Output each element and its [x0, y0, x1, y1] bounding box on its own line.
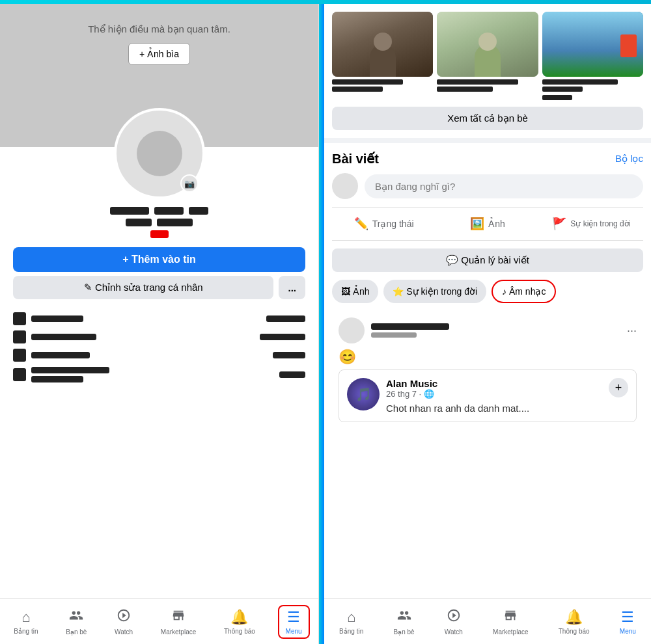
- post-more-button[interactable]: ···: [627, 324, 637, 338]
- info-bar-7: [31, 367, 109, 373]
- name-censor-1: [110, 207, 149, 215]
- nav-label-menu: Menu: [286, 628, 302, 635]
- post-input[interactable]: [365, 174, 643, 198]
- nav-item-marketplace[interactable]: Marketplace: [156, 604, 201, 639]
- music-card: 🎵 Alan Music 26 thg 7 · 🌐 Chot nhan ra a…: [339, 369, 637, 422]
- friends-grid: [332, 12, 643, 100]
- photos-tab-label: 🖼 Ảnh: [341, 286, 369, 297]
- cover-tagline: Thể hiện điều mà bạn quan tâm.: [0, 23, 318, 35]
- post-user-sub-bar: [371, 332, 417, 338]
- right-home-icon: ⌂: [347, 609, 355, 626]
- photo-action-button[interactable]: 🖼️ Ảnh: [436, 211, 539, 236]
- edit-profile-button[interactable]: ✎ Chỉnh sửa trang cá nhân: [13, 276, 273, 299]
- post-card: ··· 😊 🎵 Alan Music 26 thg 7 · 🌐 Chot nha…: [332, 311, 643, 429]
- home-icon: ⌂: [21, 609, 30, 626]
- right-nav-label-ban-be: Bạn bè: [393, 628, 414, 636]
- left-panel: Thể hiện điều mà bạn quan tâm. + Ảnh bìa…: [0, 4, 319, 644]
- friend-photo-2[interactable]: [437, 12, 538, 77]
- photo-icon: 🖼️: [470, 217, 484, 231]
- friends-icon: [69, 608, 83, 626]
- posts-header: Bài viết Bộ lọc: [332, 151, 643, 167]
- post-input-row: [332, 173, 643, 199]
- status-action-button[interactable]: ✏️ Trạng thái: [332, 211, 436, 236]
- info-bar-8: [31, 376, 83, 382]
- music-album-art[interactable]: 🎵: [347, 378, 380, 410]
- status-icon: ✏️: [354, 217, 368, 231]
- right-nav-item-ban-be[interactable]: Bạn bè: [388, 604, 419, 639]
- music-tab-label: ♪ Âm nhạc: [502, 286, 546, 297]
- friend-name-bars-3: [542, 79, 643, 100]
- music-add-button[interactable]: +: [609, 378, 628, 397]
- name-censor-red: [150, 230, 169, 238]
- add-story-button[interactable]: + Thêm vào tin: [13, 247, 305, 272]
- post-user-row: ···: [339, 317, 637, 343]
- name-censor-4: [126, 219, 152, 226]
- right-nav-item-thong-bao[interactable]: 🔔 Thông báo: [553, 605, 595, 639]
- info-section: [0, 306, 318, 598]
- info-bar-4: [260, 334, 305, 340]
- info-bar-2: [266, 315, 305, 322]
- filter-tab-music[interactable]: ♪ Âm nhạc: [492, 280, 556, 303]
- notification-icon: 🔔: [230, 609, 248, 626]
- right-panel: Xem tất cả bạn bè Bài viết Bộ lọc ✏️: [324, 4, 651, 644]
- filter-tab-life-events[interactable]: ⭐ Sự kiện trong đời: [383, 280, 486, 303]
- camera-icon[interactable]: 📷: [180, 174, 199, 193]
- friend-photo-3[interactable]: [542, 12, 643, 77]
- name-area: [0, 199, 318, 241]
- posts-title: Bài viết: [332, 151, 379, 167]
- right-nav-item-bang-tin[interactable]: ⌂ Bảng tin: [334, 605, 368, 639]
- right-marketplace-icon: [503, 608, 518, 626]
- right-nav-item-watch[interactable]: Watch: [439, 604, 468, 639]
- filter-tab-photos[interactable]: 🖼 Ảnh: [332, 280, 378, 303]
- nav-item-thong-bao[interactable]: 🔔 Thông báo: [219, 605, 260, 639]
- info-row-1: [13, 312, 305, 325]
- info-icon-4: [13, 368, 26, 381]
- info-row-4: [13, 367, 305, 382]
- info-icon-2: [13, 330, 26, 343]
- nav-label-ban-be: Bạn bè: [66, 628, 87, 636]
- name-row-3: [150, 230, 169, 238]
- nav-item-bang-tin[interactable]: ⌂ Bảng tin: [8, 605, 43, 639]
- right-nav-label-thong-bao: Thông báo: [559, 628, 590, 635]
- friend-photo-1[interactable]: [332, 12, 433, 77]
- post-user-avatar: [339, 317, 365, 343]
- info-icon-1: [13, 312, 26, 325]
- right-watch-icon: [447, 608, 461, 626]
- post-user-name-bar: [371, 323, 449, 330]
- info-row-3: [13, 349, 305, 362]
- name-censor-5: [157, 219, 193, 226]
- flag-icon: 🚩: [552, 217, 566, 231]
- right-nav-item-marketplace[interactable]: Marketplace: [488, 604, 533, 639]
- nav-label-thong-bao: Thông báo: [224, 628, 255, 635]
- nav-label-bang-tin: Bảng tin: [14, 628, 38, 635]
- info-bar-1: [31, 315, 83, 322]
- posts-section: Bài viết Bộ lọc ✏️ Trạng thái 🖼️: [324, 143, 651, 598]
- more-options-button[interactable]: ...: [279, 276, 305, 299]
- right-nav-label-menu: Menu: [620, 628, 636, 635]
- right-panel-inner: Xem tất cả bạn bè Bài viết Bộ lọc ✏️: [324, 4, 651, 598]
- nav-item-watch[interactable]: Watch: [109, 604, 138, 639]
- manage-posts-button[interactable]: 💬 Quản lý bài viết: [332, 248, 643, 272]
- panel-divider: [319, 4, 324, 644]
- filter-link[interactable]: Bộ lọc: [615, 153, 643, 165]
- add-cover-photo-button[interactable]: + Ảnh bìa: [128, 43, 190, 65]
- post-emoji: 😊: [339, 349, 637, 366]
- post-user-info: [371, 323, 620, 338]
- right-menu-icon: ☰: [621, 609, 634, 626]
- info-bar-9: [279, 371, 305, 378]
- info-bar-3: [31, 334, 96, 340]
- music-text: Chot nhan ra anh da danh mat....: [386, 403, 602, 414]
- nav-item-ban-be[interactable]: Bạn bè: [61, 604, 92, 639]
- right-nav-item-menu[interactable]: ☰ Menu: [615, 605, 641, 639]
- friend-name-bars-1: [332, 79, 433, 92]
- nav-item-menu[interactable]: ☰ Menu: [278, 605, 310, 639]
- see-all-friends-button[interactable]: Xem tất cả bạn bè: [332, 107, 643, 130]
- name-row-2: [126, 219, 193, 226]
- name-censor-3: [189, 207, 208, 215]
- nav-label-marketplace: Marketplace: [161, 628, 196, 636]
- friend-card-3: [542, 12, 643, 100]
- music-date: 26 thg 7 · 🌐: [386, 389, 602, 399]
- life-event-action-button[interactable]: 🚩 Sự kiện trong đời: [540, 211, 643, 236]
- avatar-inner: [137, 131, 182, 176]
- marketplace-icon: [171, 608, 186, 626]
